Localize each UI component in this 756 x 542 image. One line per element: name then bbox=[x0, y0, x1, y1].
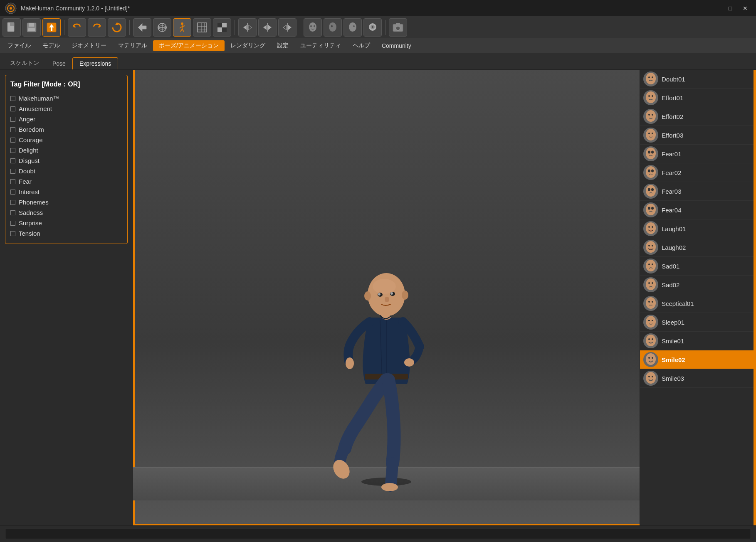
toolbar-sep-5 bbox=[385, 20, 385, 35]
tag-makehuman[interactable]: Makehuman™ bbox=[10, 93, 122, 103]
tag-doubt[interactable]: Doubt bbox=[10, 166, 122, 176]
right-panel: Doubt01 Effort01 Effort02 Effort03 Fear0… bbox=[640, 70, 756, 525]
svg-point-111 bbox=[648, 338, 650, 340]
tab-expressions[interactable]: Expressions bbox=[72, 57, 118, 69]
tag-label-delight: Delight bbox=[19, 147, 38, 154]
title-bar-controls: — □ ✕ bbox=[709, 4, 751, 12]
main-content: Tag Filter [Mode：OR] Makehuman™ Amusemen… bbox=[0, 70, 756, 525]
tag-courage[interactable]: Courage bbox=[10, 135, 122, 145]
tag-surprise[interactable]: Surprise bbox=[10, 218, 122, 228]
tag-interest[interactable]: Interest bbox=[10, 187, 122, 197]
toolbar-btn-redo[interactable] bbox=[88, 18, 106, 37]
tag-disgust[interactable]: Disgust bbox=[10, 155, 122, 166]
expression-effort01[interactable]: Effort01 bbox=[640, 89, 756, 107]
svg-point-88 bbox=[646, 185, 656, 197]
menu-pose-animation[interactable]: ポーズ/アニメーション bbox=[153, 40, 225, 51]
svg-point-99 bbox=[652, 245, 653, 246]
toolbar-btn-save[interactable] bbox=[22, 18, 41, 37]
close-button[interactable]: ✕ bbox=[739, 4, 751, 12]
expression-effort02[interactable]: Effort02 bbox=[640, 107, 756, 126]
tag-phonemes[interactable]: Phonemes bbox=[10, 197, 122, 207]
expression-smile02[interactable]: Smile02 bbox=[640, 350, 756, 369]
expression-sad01[interactable]: Sad01 bbox=[640, 257, 756, 276]
tab-pose[interactable]: Pose bbox=[46, 58, 72, 69]
expression-name-fear02: Fear02 bbox=[662, 169, 682, 176]
expression-laugh01[interactable]: Laugh01 bbox=[640, 219, 756, 238]
toolbar-btn-refresh[interactable] bbox=[108, 18, 126, 37]
tag-boredom[interactable]: Boredom bbox=[10, 124, 122, 135]
tag-checkbox-doubt bbox=[10, 169, 15, 174]
toolbar-btn-face4[interactable] bbox=[363, 18, 382, 37]
toolbar-btn-pose[interactable] bbox=[173, 18, 191, 37]
face-thumb-laugh02 bbox=[643, 240, 658, 255]
expression-name-laugh02: Laugh02 bbox=[662, 244, 686, 251]
toolbar-btn-sym-left[interactable] bbox=[238, 18, 257, 37]
tag-amusement[interactable]: Amusement bbox=[10, 103, 122, 114]
toolbar-btn-snapshot[interactable] bbox=[389, 18, 407, 37]
expression-sleep01[interactable]: Sleep01 bbox=[640, 313, 756, 332]
expression-smile01[interactable]: Smile01 bbox=[640, 332, 756, 350]
tag-label-makehuman: Makehuman™ bbox=[19, 95, 59, 102]
menu-material[interactable]: マテリアル bbox=[112, 40, 153, 51]
menu-settings[interactable]: 設定 bbox=[271, 40, 294, 51]
toolbar-btn-sym-both[interactable] bbox=[258, 18, 277, 37]
menu-utilities[interactable]: ユーティリティ bbox=[294, 40, 347, 51]
tag-checkbox-surprise bbox=[10, 221, 15, 226]
toolbar-btn-face3[interactable] bbox=[343, 18, 362, 37]
tag-delight[interactable]: Delight bbox=[10, 145, 122, 155]
toolbar-btn-undo[interactable] bbox=[68, 18, 86, 37]
toolbar-btn-new[interactable] bbox=[2, 18, 21, 37]
expression-fear01[interactable]: Fear01 bbox=[640, 145, 756, 163]
menu-help[interactable]: ヘルプ bbox=[347, 40, 376, 51]
tag-anger[interactable]: Anger bbox=[10, 114, 122, 124]
tab-skeleton[interactable]: スケルトン bbox=[3, 57, 46, 69]
expression-sad02[interactable]: Sad02 bbox=[640, 276, 756, 294]
menu-file[interactable]: ファイル bbox=[2, 40, 37, 51]
status-bar bbox=[0, 525, 756, 542]
expression-sceptical01[interactable]: Sceptical01 bbox=[640, 294, 756, 313]
tag-checkbox-tension bbox=[10, 231, 15, 236]
face-thumb-effort03 bbox=[643, 128, 658, 143]
tag-label-fear: Fear bbox=[19, 178, 32, 185]
svg-rect-24 bbox=[198, 23, 207, 32]
toolbar-btn-wire[interactable] bbox=[153, 18, 171, 37]
menu-community[interactable]: Community bbox=[376, 41, 417, 51]
left-panel: Tag Filter [Mode：OR] Makehuman™ Amusemen… bbox=[0, 70, 133, 525]
tag-label-interest: Interest bbox=[19, 188, 40, 195]
expression-laugh02[interactable]: Laugh02 bbox=[640, 238, 756, 257]
svg-point-46 bbox=[349, 22, 356, 32]
tag-label-anger: Anger bbox=[19, 116, 35, 123]
expression-fear04[interactable]: Fear04 bbox=[640, 201, 756, 219]
svg-point-86 bbox=[648, 170, 650, 172]
svg-point-117 bbox=[648, 376, 650, 377]
viewport[interactable] bbox=[133, 70, 640, 525]
maximize-button[interactable]: □ bbox=[724, 4, 736, 12]
face-thumb-smile03 bbox=[643, 371, 658, 386]
svg-rect-31 bbox=[222, 27, 227, 32]
svg-point-100 bbox=[646, 260, 656, 271]
expression-fear03[interactable]: Fear03 bbox=[640, 182, 756, 201]
tag-label-amusement: Amusement bbox=[19, 105, 52, 112]
menu-model[interactable]: モデル bbox=[37, 40, 66, 51]
tag-fear[interactable]: Fear bbox=[10, 176, 122, 187]
menu-rendering[interactable]: レンダリング bbox=[225, 40, 271, 51]
expression-doubt01[interactable]: Doubt01 bbox=[640, 70, 756, 89]
face-thumb-fear03 bbox=[643, 184, 658, 199]
expression-fear02[interactable]: Fear02 bbox=[640, 163, 756, 182]
menu-geometry[interactable]: ジオメトリー bbox=[66, 40, 112, 51]
toolbar-btn-export[interactable] bbox=[42, 18, 61, 37]
minimize-button[interactable]: — bbox=[709, 4, 721, 12]
status-input[interactable] bbox=[5, 529, 751, 539]
tag-sadness[interactable]: Sadness bbox=[10, 207, 122, 218]
svg-point-63 bbox=[390, 292, 393, 295]
tag-tension[interactable]: Tension bbox=[10, 228, 122, 239]
center-panel[interactable] bbox=[133, 70, 640, 525]
toolbar-btn-face2[interactable] bbox=[324, 18, 342, 37]
expression-effort03[interactable]: Effort03 bbox=[640, 126, 756, 145]
toolbar-btn-face1[interactable] bbox=[304, 18, 322, 37]
toolbar-btn-grid[interactable] bbox=[193, 18, 211, 37]
toolbar-btn-sym-right[interactable] bbox=[278, 18, 296, 37]
expression-smile03[interactable]: Smile03 bbox=[640, 369, 756, 388]
toolbar-btn-checker[interactable] bbox=[213, 18, 231, 37]
toolbar-btn-rotate[interactable] bbox=[133, 18, 151, 37]
